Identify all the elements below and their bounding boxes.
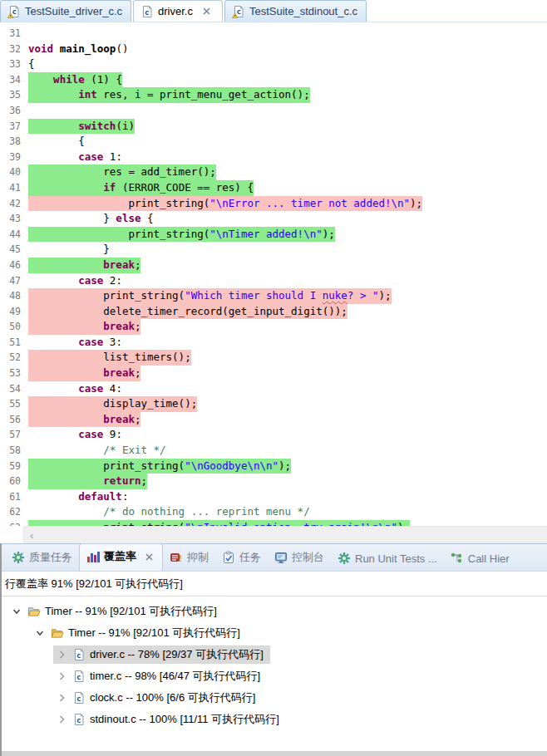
close-icon[interactable] (142, 550, 155, 563)
line-number[interactable]: 39 (0, 150, 28, 165)
line-number[interactable]: 41 (0, 180, 28, 196)
code-line-51[interactable]: 51 case 3: (0, 335, 547, 351)
line-number[interactable]: 31 (0, 26, 28, 42)
line-number[interactable]: 37 (0, 119, 28, 135)
chevron-right-icon[interactable] (55, 713, 68, 726)
tree-row-content[interactable]: ctimer.c -- 98% [46/47 可执行代码行] (53, 667, 267, 685)
line-number[interactable]: 62 (0, 504, 28, 520)
line-number[interactable]: 61 (0, 489, 28, 505)
line-number[interactable]: 32 (0, 42, 28, 57)
tree-row-content[interactable]: cstdinout.c -- 100% [11/11 可执行代码行] (53, 710, 286, 729)
tree-row-content[interactable]: cclock.c -- 100% [6/6 可执行代码行] (53, 689, 262, 707)
tree-row[interactable]: Timer -- 91% [92/101 可执行代码行] (2, 601, 547, 622)
code-line-62[interactable]: 62 /* do nothing ... reprint menu */ (0, 504, 547, 520)
tree-row[interactable]: cdriver.c -- 78% [29/37 可执行代码行] (2, 644, 547, 665)
line-number[interactable]: 50 (0, 319, 28, 335)
line-number[interactable]: 59 (0, 459, 28, 474)
code-line-48[interactable]: 48 print_string("Which timer should I nu… (0, 288, 547, 304)
view-tab-run-unit-tests[interactable]: Run Unit Tests ... (331, 547, 444, 571)
line-number[interactable]: 60 (0, 474, 28, 489)
code-line-47[interactable]: 47 case 2: (0, 273, 547, 289)
view-tab-coverage-bars[interactable]: 覆盖率 (79, 543, 163, 571)
view-tab-gear[interactable]: 质量任务 (5, 545, 79, 571)
line-number[interactable]: 63 (0, 520, 28, 526)
code-line-55[interactable]: 55 display_time(); (0, 396, 547, 412)
code-line-61[interactable]: 61 default: (0, 489, 547, 505)
code-line-54[interactable]: 54 case 4: (0, 381, 547, 397)
line-number[interactable]: 58 (0, 443, 28, 459)
line-number[interactable]: 43 (0, 211, 28, 227)
code-line-50[interactable]: 50 break; (0, 319, 547, 335)
code-line-49[interactable]: 49 delete_timer_record(get_input_digit()… (0, 304, 547, 320)
scroll-left-icon[interactable]: ‹ (22, 530, 33, 541)
chevron-right-icon[interactable] (55, 648, 68, 661)
line-number[interactable]: 54 (0, 381, 28, 397)
code-line-33[interactable]: 33{ (0, 56, 547, 72)
code-line-42[interactable]: 42 print_string("\nError ... timer not a… (0, 196, 547, 212)
tree-row-content[interactable]: cdriver.c -- 78% [29/37 可执行代码行] (53, 646, 270, 664)
code-line-41[interactable]: 41 if (ERROR_CODE == res) { (0, 180, 547, 196)
tree-row[interactable]: Timer -- 91% [92/101 可执行代码行] (2, 622, 547, 644)
line-number[interactable]: 52 (0, 350, 28, 366)
view-tab-suppression[interactable]: !抑制 (163, 545, 215, 571)
line-number[interactable]: 47 (0, 273, 28, 289)
line-number[interactable]: 53 (0, 366, 28, 381)
line-number[interactable]: 36 (0, 103, 28, 119)
code-line-63[interactable]: 63 print_string("\nInvalid option, try a… (0, 520, 547, 526)
tree-row[interactable]: cclock.c -- 100% [6/6 可执行代码行] (2, 687, 547, 709)
line-number[interactable]: 55 (0, 396, 28, 412)
code-line-31[interactable]: 31 (0, 26, 547, 42)
code-line-43[interactable]: 43 } else { (0, 211, 547, 227)
editor-horizontal-scrollbar[interactable]: ‹ (0, 526, 547, 543)
code-line-35[interactable]: 35 int res, i = print_menu_get_action(); (0, 87, 547, 103)
code-line-32[interactable]: 32void main_loop() (0, 42, 547, 57)
code-line-37[interactable]: 37 switch(i) (0, 119, 547, 135)
line-number[interactable]: 49 (0, 304, 28, 320)
chevron-down-icon[interactable] (10, 605, 23, 618)
close-icon[interactable] (200, 5, 214, 18)
line-number[interactable]: 46 (0, 258, 28, 273)
code-line-40[interactable]: 40 res = add_timer(); (0, 164, 547, 180)
view-tab-console[interactable]: 控制台 (268, 545, 331, 571)
view-tab-call-hierarchy[interactable]: Call Hier (444, 547, 516, 571)
chevron-right-icon[interactable] (55, 691, 68, 704)
line-number[interactable]: 51 (0, 335, 28, 351)
line-number[interactable]: 38 (0, 134, 28, 150)
tree-row-content[interactable]: Timer -- 91% [92/101 可执行代码行] (8, 602, 224, 621)
line-number[interactable]: 35 (0, 87, 28, 103)
code-line-56[interactable]: 56 break; (0, 412, 547, 428)
code-line-53[interactable]: 53 break; (0, 366, 547, 381)
line-number[interactable]: 48 (0, 288, 28, 304)
code-line-45[interactable]: 45 } (0, 242, 547, 258)
code-line-34[interactable]: 34 while (1) { (0, 72, 547, 88)
code-editor[interactable]: 3132void main_loop()33{34 while (1) {35 … (0, 22, 547, 526)
line-number[interactable]: 34 (0, 72, 28, 88)
code-line-39[interactable]: 39 case 1: (0, 150, 547, 165)
code-line-46[interactable]: 46 break; (0, 258, 547, 273)
editor-tab-testsuite-stdinout-c-c[interactable]: cTestSuite_stdinout_c.c (224, 0, 367, 22)
line-number[interactable]: 40 (0, 164, 28, 180)
tree-row-content[interactable]: Timer -- 91% [92/101 可执行代码行] (32, 624, 247, 642)
view-tab-tasks[interactable]: 任务 (215, 545, 268, 571)
line-number[interactable]: 45 (0, 242, 28, 258)
chevron-right-icon[interactable] (55, 670, 68, 683)
tree-row[interactable]: ctimer.c -- 98% [46/47 可执行代码行] (2, 665, 547, 687)
code-line-52[interactable]: 52 list_timers(); (0, 350, 547, 366)
code-line-44[interactable]: 44 print_string("\nTimer added!\n"); (0, 227, 547, 243)
line-number[interactable]: 33 (0, 56, 28, 72)
code-line-60[interactable]: 60 return; (0, 474, 547, 489)
code-line-58[interactable]: 58 /* Exit */ (0, 443, 547, 459)
line-number[interactable]: 57 (0, 427, 28, 443)
line-number[interactable]: 44 (0, 227, 28, 243)
tree-horizontal-scrollbar[interactable] (2, 751, 547, 756)
line-number[interactable]: 42 (0, 196, 28, 212)
code-line-38[interactable]: 38 { (0, 134, 547, 150)
editor-tab-driver-c[interactable]: cdriver.c (133, 0, 223, 22)
code-line-59[interactable]: 59 print_string("\nGoodbye\n\n"); (0, 459, 547, 474)
scrollbar-track[interactable]: ‹ (22, 526, 547, 543)
code-line-57[interactable]: 57 case 9: (0, 427, 547, 443)
code-line-36[interactable]: 36 (0, 103, 547, 119)
tree-row[interactable]: cstdinout.c -- 100% [11/11 可执行代码行] (2, 709, 547, 730)
editor-tab-testsuite-driver-c-c[interactable]: cTestSuite_driver_c.c (0, 0, 131, 22)
line-number[interactable]: 56 (0, 412, 28, 428)
